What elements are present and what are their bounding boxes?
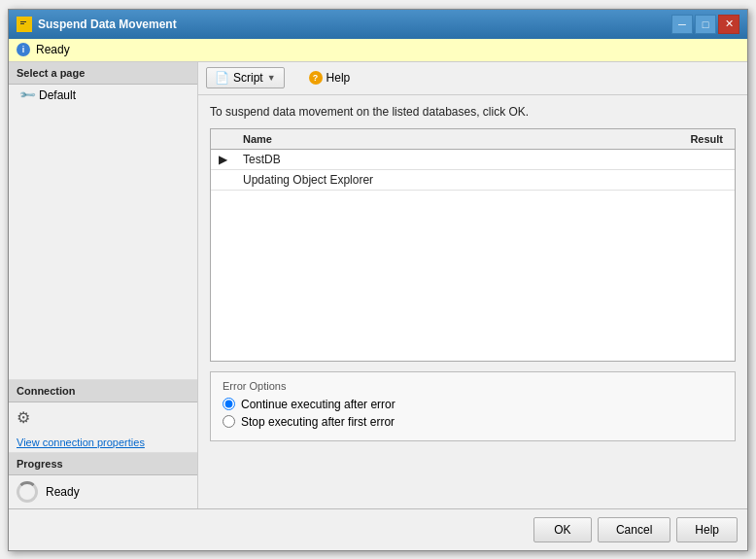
svg-rect-1 [20, 21, 26, 22]
table-row[interactable]: ▶ TestDB [211, 149, 735, 169]
continue-executing-option[interactable]: Continue executing after error [223, 398, 723, 411]
title-text: Suspend Data Movement [38, 17, 177, 31]
help-label: Help [326, 71, 351, 85]
db-name-cell: TestDB [235, 149, 603, 169]
db-name-cell: Updating Object Explorer [235, 169, 603, 190]
status-bar: i Ready [9, 39, 747, 62]
row-indicator [211, 169, 235, 190]
dialog-window: Suspend Data Movement ─ □ ✕ i Ready Sele… [8, 9, 748, 551]
toolbar-help-button[interactable]: ? Help [301, 68, 359, 87]
close-button[interactable]: ✕ [718, 15, 739, 34]
stop-radio[interactable] [223, 415, 235, 428]
cancel-button[interactable]: Cancel [598, 517, 670, 542]
progress-spinner [17, 481, 38, 503]
title-controls: ─ □ ✕ [671, 15, 739, 34]
error-options-legend: Error Options [223, 380, 723, 392]
minimize-button[interactable]: ─ [671, 15, 693, 34]
table-header-indicator [211, 129, 235, 150]
connection-section: ⚙ [9, 402, 197, 433]
script-button[interactable]: 📄 Script ▼ [206, 67, 285, 88]
right-panel: 📄 Script ▼ ? Help To suspend data moveme… [198, 62, 747, 508]
table-header-result: Result [603, 129, 735, 150]
help-icon: ? [309, 71, 323, 85]
progress-header: Progress [9, 452, 197, 475]
maximize-button[interactable]: □ [695, 15, 716, 34]
wrench-icon: 🔧 [17, 86, 36, 104]
database-table: Name Result ▶ TestDB [210, 128, 736, 362]
left-panel: Select a page 🔧 Default Connection ⚙ Vie… [9, 62, 198, 508]
title-bar-left: Suspend Data Movement [17, 17, 177, 32]
select-page-header: Select a page [9, 62, 197, 85]
row-indicator: ▶ [211, 149, 235, 169]
status-text: Ready [36, 43, 70, 56]
continue-radio[interactable] [223, 398, 235, 410]
sidebar-item-label: Default [39, 88, 76, 102]
info-icon: i [17, 43, 30, 56]
error-options-section: Error Options Continue executing after e… [210, 371, 736, 441]
svg-rect-2 [20, 23, 24, 24]
stop-executing-option[interactable]: Stop executing after first error [223, 415, 723, 429]
main-content: Select a page 🔧 Default Connection ⚙ Vie… [9, 62, 747, 508]
connection-icon: ⚙ [17, 409, 30, 426]
left-spacer [9, 106, 197, 379]
sidebar-item-default[interactable]: 🔧 Default [9, 85, 197, 106]
script-icon: 📄 [215, 71, 229, 85]
progress-status-text: Ready [46, 485, 80, 499]
app-icon [17, 17, 32, 32]
connection-header: Connection [9, 379, 197, 402]
content-area: To suspend data movement on the listed d… [198, 95, 747, 508]
view-connection-link[interactable]: View connection properties [9, 433, 197, 452]
continue-label: Continue executing after error [241, 398, 395, 411]
script-label: Script [233, 71, 263, 85]
toolbar: 📄 Script ▼ ? Help [198, 62, 747, 95]
instruction-text: To suspend data movement on the listed d… [210, 105, 736, 119]
title-bar: Suspend Data Movement ─ □ ✕ [9, 10, 747, 39]
progress-section: Ready [9, 475, 197, 508]
help-button[interactable]: Help [676, 517, 738, 542]
db-result-cell [603, 169, 735, 190]
stop-label: Stop executing after first error [241, 415, 395, 429]
dropdown-arrow-icon: ▼ [267, 73, 276, 83]
db-result-cell [603, 149, 735, 169]
table-row[interactable]: Updating Object Explorer [211, 169, 735, 190]
bottom-bar: OK Cancel Help [9, 508, 747, 550]
ok-button[interactable]: OK [533, 517, 592, 542]
table-header-name: Name [235, 129, 603, 150]
